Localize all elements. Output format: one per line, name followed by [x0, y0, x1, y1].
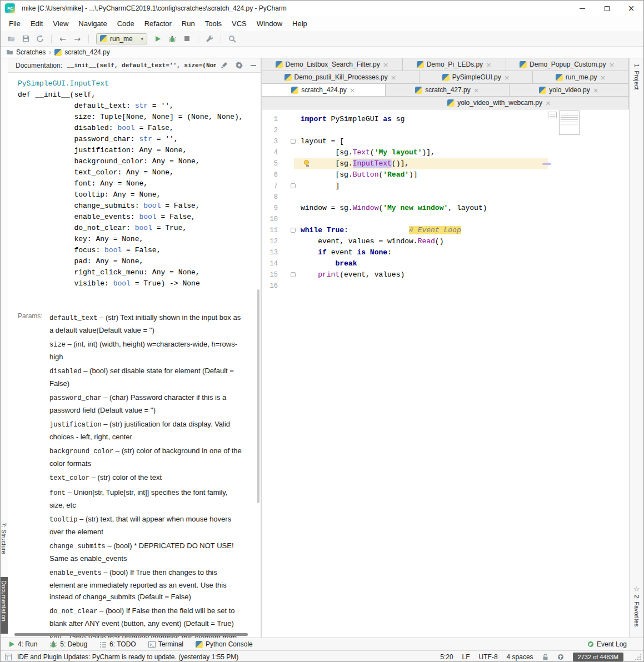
code-text[interactable]: layout = [ — [297, 136, 629, 147]
toolwindow-button-project[interactable]: 1: Project — [633, 64, 640, 89]
resize-grip[interactable] — [635, 654, 641, 660]
fold-marker-icon[interactable] — [291, 272, 296, 277]
code-text[interactable]: [sg.Text('My layout')], — [297, 147, 629, 158]
line-number[interactable]: 16 — [262, 280, 287, 292]
toolwindow-button-6-todo[interactable]: 6: TODO — [99, 640, 136, 648]
tab-demo-popup-custom-py[interactable]: Demo_Popup_Custom.py× — [506, 58, 629, 71]
tab-close-icon[interactable]: × — [600, 74, 606, 81]
line-number[interactable]: 6 — [262, 169, 287, 180]
indent-selector[interactable]: 4 spaces — [507, 653, 533, 661]
line-number[interactable]: 3 — [262, 136, 287, 147]
open-folder-icon[interactable] — [5, 33, 17, 45]
minimize-button[interactable] — [570, 1, 595, 16]
menu-item-navigate[interactable]: Navigate — [73, 16, 112, 31]
menu-item-vcs[interactable]: VCS — [227, 16, 252, 31]
tab-close-icon[interactable]: × — [545, 99, 551, 107]
line-number[interactable]: 7 — [262, 180, 287, 192]
gear-icon[interactable] — [236, 62, 243, 69]
line-number[interactable]: 4 — [262, 147, 287, 158]
tab-close-icon[interactable]: × — [609, 61, 615, 68]
menu-item-file[interactable]: File — [4, 16, 26, 31]
code-text[interactable]: if event is None: — [297, 247, 629, 258]
caret-position[interactable]: 5:20 — [440, 653, 453, 661]
tab-close-icon[interactable]: × — [593, 87, 599, 94]
code-area[interactable]: 1import PySimpleGUI as sg23layout = [4 [… — [262, 109, 629, 638]
breadcrumb-item-scratch-424-py[interactable]: scratch_424.py — [54, 48, 109, 56]
doc-vertical-scrollbar[interactable] — [257, 289, 259, 503]
menu-item-view[interactable]: View — [48, 16, 73, 31]
toolwindow-button-favorites[interactable]: 2: Favorites — [633, 595, 640, 626]
tab-demo-listbox-search-filter-py[interactable]: Demo_Listbox_Search_Filter.py× — [262, 58, 403, 71]
documentation-element-combo[interactable]: __init__(self, default_text='', size=(No… — [67, 62, 216, 69]
run-configuration-combo[interactable]: run_me ▾ — [96, 33, 147, 44]
menu-item-code[interactable]: Code — [112, 16, 139, 31]
tab-scratch-424-py[interactable]: scratch_424.py× — [262, 84, 386, 96]
tab-demo-psutil-kill-processes-py[interactable]: Demo_psutil_Kill_Processes.py× — [262, 71, 420, 83]
highlight-stripe-mark[interactable] — [542, 163, 551, 165]
save-all-icon[interactable] — [19, 33, 32, 45]
back-icon[interactable]: ← — [57, 33, 69, 45]
tab-close-icon[interactable]: × — [350, 87, 356, 94]
settings-wrench-icon[interactable] — [203, 33, 216, 45]
line-ending-selector[interactable]: LF — [462, 653, 470, 661]
tab-close-icon[interactable]: × — [486, 61, 492, 68]
code-text[interactable]: [sg.InputText()], — [297, 158, 629, 169]
code-text[interactable] — [297, 192, 629, 203]
code-text[interactable]: ] — [297, 180, 629, 192]
line-number[interactable]: 10 — [262, 214, 287, 225]
intention-bulb-icon[interactable] — [304, 160, 311, 168]
edit-source-pencil-icon[interactable] — [221, 62, 228, 69]
encoding-selector[interactable]: UTF-8 — [479, 653, 498, 661]
code-text[interactable]: print(event, values) — [297, 269, 629, 280]
lock-icon[interactable] — [542, 654, 548, 660]
stop-button[interactable] — [181, 33, 193, 45]
tab-yolo-video-py[interactable]: yolo_video.py× — [510, 84, 629, 96]
tab-close-icon[interactable]: × — [391, 74, 397, 81]
tab-close-icon[interactable]: × — [383, 61, 389, 68]
line-number[interactable]: 1 — [262, 114, 287, 125]
code-text[interactable] — [297, 280, 629, 292]
run-button[interactable] — [152, 33, 164, 45]
toolwindow-button-terminal[interactable]: Terminal — [148, 640, 183, 648]
code-text[interactable] — [297, 214, 629, 225]
menu-item-edit[interactable]: Edit — [26, 16, 48, 31]
fold-marker-icon[interactable] — [291, 228, 296, 233]
line-number[interactable]: 15 — [262, 269, 287, 280]
line-number[interactable]: 14 — [262, 258, 287, 269]
fold-marker-icon[interactable] — [291, 183, 296, 188]
memory-indicator[interactable]: 2732 of 4483M — [573, 653, 623, 661]
toolwindow-button-structure[interactable]: 7: Structure — [1, 523, 7, 554]
line-number[interactable]: 9 — [262, 203, 287, 214]
tab-close-icon[interactable]: × — [504, 74, 510, 81]
line-number[interactable]: 12 — [262, 236, 287, 247]
menu-item-tools[interactable]: Tools — [200, 16, 227, 31]
menu-item-window[interactable]: Window — [252, 16, 287, 31]
line-number[interactable]: 11 — [262, 225, 287, 236]
tab-yolo-video-with-webcam-py[interactable]: yolo_video_with_webcam.py× — [370, 97, 629, 109]
breadcrumb-item-scratches[interactable]: Scratches — [6, 48, 46, 56]
toolwindow-button-4-run[interactable]: 4: Run — [8, 640, 37, 648]
ide-update-icon[interactable] — [557, 654, 564, 660]
line-number[interactable]: 5 — [262, 158, 287, 169]
sync-icon[interactable] — [34, 33, 46, 45]
line-number[interactable]: 13 — [262, 247, 287, 258]
menu-item-refactor[interactable]: Refactor — [139, 16, 177, 31]
menu-item-help[interactable]: Help — [287, 16, 312, 31]
toolwindow-button-5-debug[interactable]: 5: Debug — [49, 640, 87, 648]
search-everywhere-icon[interactable] — [226, 33, 238, 45]
code-text[interactable]: break — [297, 258, 629, 269]
toolwindow-switcher-icon[interactable] — [5, 654, 12, 660]
close-button[interactable]: × — [619, 1, 643, 16]
fold-marker-icon[interactable] — [291, 139, 296, 144]
tab-close-icon[interactable]: × — [473, 87, 480, 94]
menu-item-run[interactable]: Run — [177, 16, 200, 31]
hide-panel-minus-icon[interactable] — [251, 65, 256, 66]
code-text[interactable]: window = sg.Window('My new window', layo… — [297, 203, 629, 214]
tab-demo-pi-leds-py[interactable]: Demo_Pi_LEDs.py× — [403, 58, 506, 71]
line-number[interactable]: 8 — [262, 192, 287, 203]
tab-scratch-427-py[interactable]: scratch_427.py× — [386, 84, 510, 96]
tab-run-me-py[interactable]: run_me.py× — [533, 71, 629, 83]
code-text[interactable]: while True: # Event Loop — [297, 225, 629, 236]
toolwindow-button-python-console[interactable]: Python Console — [196, 640, 253, 648]
debug-button[interactable] — [166, 33, 178, 45]
